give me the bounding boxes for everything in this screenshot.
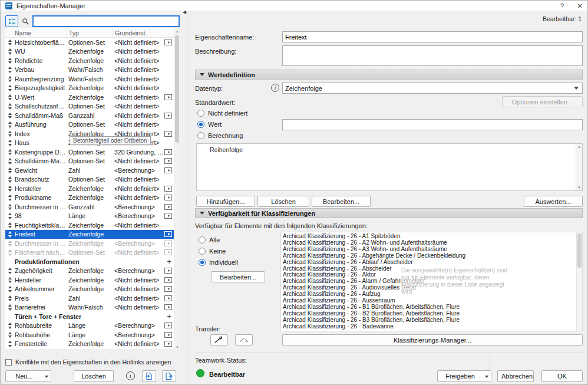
scroll-down-icon[interactable]: ▼ bbox=[576, 186, 582, 189]
drag-handle-icon[interactable] bbox=[5, 93, 15, 102]
expression-icon[interactable] bbox=[164, 149, 172, 155]
classification-item[interactable]: Archicad Klassifizierung - 26 - A1 Spitz… bbox=[283, 233, 582, 240]
scrollbar-thumb[interactable] bbox=[175, 35, 179, 143]
property-row[interactable]: RohbaubreiteLänge<Berechnung> bbox=[5, 321, 174, 331]
conflicts-checkbox[interactable] bbox=[5, 359, 12, 366]
classification-item[interactable]: Archicad Klassifizierung - 26 - B3 Bürof… bbox=[283, 317, 582, 324]
drag-handle-icon[interactable] bbox=[5, 129, 15, 139]
expression-icon[interactable] bbox=[164, 213, 172, 219]
classification-item[interactable]: Archicad Klassifizierung - 26 - Ablauf /… bbox=[283, 259, 582, 266]
new-property-dropdown-button[interactable] bbox=[42, 370, 51, 382]
expression-icon[interactable] bbox=[164, 167, 172, 173]
drag-handle-icon[interactable] bbox=[5, 193, 15, 203]
property-row[interactable]: VerbauWahr/Falsch<Nicht definiert> bbox=[5, 65, 174, 75]
description-input[interactable] bbox=[282, 45, 583, 66]
export-properties-button[interactable] bbox=[162, 370, 176, 382]
drag-handle-icon[interactable] bbox=[5, 230, 15, 239]
property-row[interactable]: FeuchtigkeitsklasseZeichenfolge<Nicht de… bbox=[5, 221, 174, 230]
property-row[interactable]: U-WertZeichenfolge<Nicht definiert> bbox=[5, 93, 174, 102]
value-order-list[interactable]: Reihenfolge ▲ ▼ bbox=[196, 143, 583, 191]
drag-handle-icon[interactable] bbox=[5, 266, 15, 276]
classification-item[interactable]: Archicad Klassifizierung - 26 - A3 Wohn-… bbox=[283, 246, 582, 253]
drag-handle-icon[interactable] bbox=[5, 84, 15, 93]
property-row[interactable]: Kostengruppe DIN2...Optionen-Set320 Grün… bbox=[5, 147, 174, 157]
column-name[interactable]: Name bbox=[15, 29, 67, 37]
property-row[interactable]: AusführungOptionen-Set<Nicht definiert> bbox=[5, 120, 174, 130]
radio-all[interactable]: Alle bbox=[199, 236, 220, 243]
expression-icon[interactable] bbox=[164, 249, 172, 255]
property-row[interactable]: Schalldämm-MaßGanzzahl<Nicht definiert> bbox=[5, 111, 174, 120]
tree-view-toggle-button[interactable] bbox=[5, 15, 18, 27]
property-row[interactable]: GewichtZahl<Berechnung> bbox=[5, 166, 174, 175]
search-input[interactable] bbox=[32, 15, 180, 27]
drag-handle-icon[interactable] bbox=[5, 38, 15, 47]
datatype-dropdown[interactable]: Zeichenfolge bbox=[282, 83, 583, 94]
drag-handle-icon[interactable] bbox=[5, 330, 15, 340]
ok-button[interactable]: OK bbox=[541, 370, 583, 382]
property-table-header[interactable]: Name Typ Grundeinst. bbox=[5, 28, 174, 38]
expression-icon[interactable] bbox=[164, 158, 172, 164]
classification-item[interactable]: Archicad Klassifizierung - 26 - B2 Bürof… bbox=[283, 311, 582, 317]
scroll-up-icon[interactable]: ▲ bbox=[174, 29, 180, 33]
property-row[interactable]: Schalldämm-Maß RwOptionen-Set<Nicht defi… bbox=[5, 157, 174, 166]
help-button[interactable]: ? bbox=[553, 1, 571, 11]
expression-icon[interactable] bbox=[164, 131, 172, 137]
expression-icon[interactable] bbox=[164, 94, 172, 100]
classification-item[interactable]: Archicad Klassifizierung - 26 - A2 Wohn-… bbox=[283, 240, 582, 246]
default-value-input[interactable] bbox=[282, 119, 583, 130]
drag-handle-icon[interactable] bbox=[5, 248, 15, 258]
classification-item[interactable]: Archicad Klassifizierung - 26 - Abgehäng… bbox=[283, 253, 582, 259]
pickup-parameters-button[interactable] bbox=[210, 334, 228, 345]
radio-calculation[interactable]: Berechnung bbox=[197, 132, 243, 139]
drag-handle-icon[interactable] bbox=[5, 212, 15, 221]
edit-value-button[interactable]: Bearbeiten... bbox=[312, 196, 371, 207]
expression-icon[interactable] bbox=[164, 113, 172, 119]
expression-icon[interactable] bbox=[164, 295, 172, 301]
property-row[interactable]: RohbauhöheLänge<Berechnung> bbox=[5, 330, 174, 340]
drag-handle-icon[interactable] bbox=[5, 65, 15, 75]
radio-individual[interactable]: Individuell bbox=[199, 259, 238, 266]
add-property-icon[interactable]: + bbox=[164, 257, 174, 266]
property-row[interactable]: BiegezugfestigkeitZeichenfolge<Nicht def… bbox=[5, 84, 174, 93]
drag-handle-icon[interactable] bbox=[5, 221, 15, 230]
add-property-icon[interactable]: + bbox=[164, 312, 174, 321]
property-row[interactable]: HerstellerZeichenfolge<Nicht definiert> bbox=[5, 184, 174, 193]
expression-icon[interactable] bbox=[164, 304, 172, 310]
scrollbar-thumb[interactable] bbox=[577, 233, 582, 268]
radio-none[interactable]: Keine bbox=[199, 248, 226, 255]
expression-icon[interactable] bbox=[164, 286, 172, 292]
expression-icon[interactable] bbox=[164, 241, 172, 246]
drag-handle-icon[interactable] bbox=[5, 285, 15, 294]
property-row[interactable]: Flächenart nach DIN...Optionen-Set<Nicht… bbox=[5, 248, 174, 258]
property-list-scrollbar[interactable]: ▲ ▼ bbox=[174, 28, 180, 350]
expression-icon[interactable] bbox=[164, 204, 172, 210]
search-icon-button[interactable] bbox=[19, 15, 31, 27]
drag-handle-icon[interactable] bbox=[5, 239, 15, 248]
drag-handle-icon[interactable] bbox=[5, 166, 15, 175]
import-properties-button[interactable] bbox=[142, 370, 156, 382]
collapse-panel-button[interactable]: ◀ bbox=[181, 9, 188, 16]
property-row[interactable]: 98Länge<Berechnung> bbox=[5, 212, 174, 221]
drag-handle-icon[interactable] bbox=[5, 157, 15, 166]
drag-handle-icon[interactable] bbox=[5, 47, 15, 57]
cancel-button[interactable]: Abbrechen bbox=[497, 370, 534, 382]
classification-manager-button[interactable]: Klassifizierungs-Manager... bbox=[282, 334, 583, 345]
expression-icon[interactable] bbox=[164, 332, 172, 338]
drag-handle-icon[interactable] bbox=[5, 175, 15, 185]
property-row[interactable]: Schallschutzanforde...Optionen-Set<Nicht… bbox=[5, 102, 174, 111]
classification-item[interactable]: Archicad Klassifizierung - 26 - B1 Bürof… bbox=[283, 304, 582, 311]
expression-icon[interactable] bbox=[164, 341, 172, 347]
expression-icon[interactable] bbox=[164, 195, 172, 200]
expression-icon[interactable] bbox=[164, 40, 172, 45]
new-property-button[interactable]: Neu... bbox=[5, 370, 43, 382]
radio-value[interactable]: Wert bbox=[197, 121, 222, 128]
property-row[interactable]: ArtikelnummerZeichenfolge<Nicht definier… bbox=[5, 285, 174, 294]
expression-icon[interactable] bbox=[164, 231, 172, 237]
evaluate-button[interactable]: Auswerten... bbox=[524, 196, 583, 207]
section-verfuegbarkeit[interactable]: Verfügbarkeit für Klassifizierungen bbox=[195, 208, 583, 218]
classification-scrollbar[interactable] bbox=[576, 232, 582, 331]
add-value-button[interactable]: Hinzufügen... bbox=[196, 196, 255, 207]
scroll-down-icon[interactable]: ▼ bbox=[174, 345, 180, 349]
drag-handle-icon[interactable] bbox=[5, 56, 15, 65]
property-name-input[interactable] bbox=[282, 31, 583, 42]
